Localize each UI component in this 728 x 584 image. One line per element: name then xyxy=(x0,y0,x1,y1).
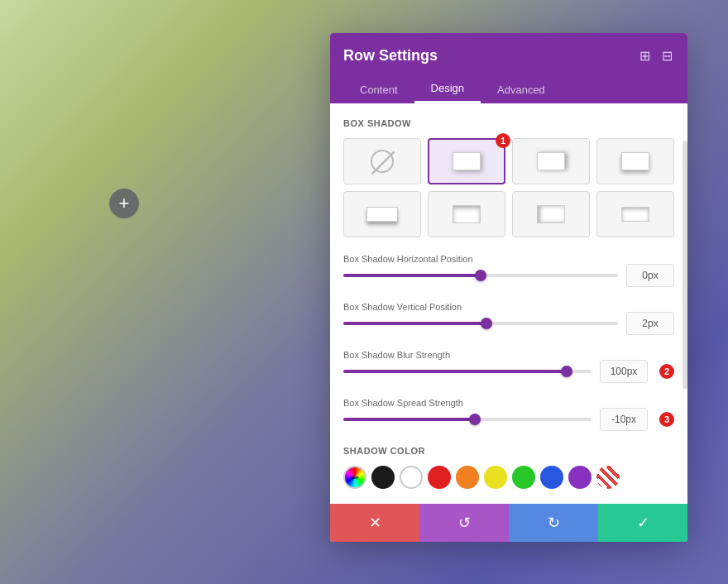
tab-bar: Content Design Advanced xyxy=(343,75,674,103)
slider-vertical-track[interactable] xyxy=(343,322,618,325)
shadow-box-inset-partial-icon xyxy=(621,207,649,222)
grid-icon-button[interactable]: ⊟ xyxy=(660,46,674,65)
slider-thumb[interactable] xyxy=(481,318,492,329)
shadow-box-full-icon xyxy=(453,152,481,170)
panel-body: Box Shadow 1 xyxy=(330,103,687,504)
slider-fill xyxy=(343,370,567,373)
tab-advanced[interactable]: Advanced xyxy=(481,75,562,103)
slider-horizontal-label: Box Shadow Horizontal Position xyxy=(343,254,674,264)
eyedropper-icon: ✏ xyxy=(352,472,359,483)
shadow-option-bottom-only[interactable] xyxy=(343,191,421,237)
shadow-color-label: Shadow Color xyxy=(343,446,674,456)
color-swatch-green[interactable] xyxy=(512,466,535,489)
box-shadow-label: Box Shadow xyxy=(343,118,674,128)
shadow-box-inset-right-icon xyxy=(537,205,565,223)
slider-spread-value[interactable]: -10px xyxy=(600,408,648,431)
slider-horizontal-value[interactable]: 0px xyxy=(626,264,674,287)
panel-header-top: Row Settings ⊞ ⊟ xyxy=(343,46,674,65)
slider-thumb[interactable] xyxy=(561,366,572,377)
color-swatch-yellow[interactable] xyxy=(484,466,507,489)
shadow-none-icon xyxy=(371,150,394,173)
responsive-icon-button[interactable]: ⊞ xyxy=(638,46,652,65)
slider-blur: Box Shadow Blur Strength 100px 2 xyxy=(343,350,674,383)
slider-thumb[interactable] xyxy=(469,414,481,425)
slider-spread-label: Box Shadow Spread Strength xyxy=(343,398,674,408)
slider-vertical-label: Box Shadow Vertical Position xyxy=(343,302,674,312)
color-swatch-blue[interactable] xyxy=(540,466,563,489)
action-bar: ✕ ↺ ↻ ✓ xyxy=(330,504,687,542)
slider-blur-label: Box Shadow Blur Strength xyxy=(343,350,674,360)
color-swatch-black[interactable] xyxy=(371,466,395,489)
save-button[interactable]: ✓ xyxy=(598,504,687,542)
color-swatch-orange[interactable] xyxy=(456,466,479,489)
slider-fill xyxy=(343,418,475,421)
slider-spread-badge: 3 xyxy=(659,412,674,427)
color-swatch-striped[interactable] xyxy=(596,466,620,489)
panel-header: Row Settings ⊞ ⊟ Content Design Advanced xyxy=(330,33,687,103)
redo-button[interactable]: ↻ xyxy=(509,504,598,542)
slider-blur-track[interactable] xyxy=(343,370,592,373)
shadow-box-bottom-icon xyxy=(621,152,649,170)
slider-vertical-value[interactable]: 2px xyxy=(626,312,674,335)
slider-track-bg xyxy=(343,418,592,421)
shadow-box-bottom-only-icon xyxy=(366,207,398,222)
shadow-box-right-icon xyxy=(537,152,565,170)
shadow-color-section: Shadow Color ✏ xyxy=(343,446,674,489)
slider-blur-value[interactable]: 100px xyxy=(600,360,648,383)
slider-fill xyxy=(343,274,481,277)
shadow-options-grid: 1 xyxy=(343,138,674,237)
color-swatch-row: ✏ xyxy=(343,466,674,489)
shadow-option-inset-bottom[interactable] xyxy=(428,191,505,237)
eyedropper-swatch[interactable]: ✏ xyxy=(343,466,366,489)
shadow-selected-badge: 1 xyxy=(496,133,510,148)
slider-thumb[interactable] xyxy=(475,270,486,281)
shadow-option-bottom[interactable] xyxy=(596,138,674,184)
slider-blur-badge: 2 xyxy=(659,364,674,379)
shadow-box-inset-bottom-icon xyxy=(453,205,481,223)
cancel-button[interactable]: ✕ xyxy=(330,504,419,542)
shadow-option-inset-partial[interactable] xyxy=(596,191,674,237)
slider-track-bg xyxy=(343,370,592,373)
shadow-option-default[interactable]: 1 xyxy=(428,138,505,184)
undo-button[interactable]: ↺ xyxy=(419,504,509,542)
shadow-option-right[interactable] xyxy=(512,138,590,184)
panel-title: Row Settings xyxy=(343,47,438,65)
slider-spread-container: -10px 3 xyxy=(343,408,674,431)
row-settings-panel: Row Settings ⊞ ⊟ Content Design Advanced… xyxy=(330,33,687,542)
color-swatch-purple[interactable] xyxy=(568,466,592,489)
slider-fill xyxy=(343,322,486,325)
color-swatch-red[interactable] xyxy=(428,466,451,489)
tab-design[interactable]: Design xyxy=(414,75,481,103)
slider-track-bg xyxy=(343,322,618,325)
slider-spread-track[interactable] xyxy=(343,418,592,421)
color-swatch-white[interactable] xyxy=(400,466,423,489)
slider-vertical-container: 2px xyxy=(343,312,674,335)
slider-vertical: Box Shadow Vertical Position 2px xyxy=(343,302,674,335)
slider-horizontal: Box Shadow Horizontal Position 0px xyxy=(343,254,674,287)
slider-horizontal-track[interactable] xyxy=(343,274,618,277)
shadow-option-none[interactable] xyxy=(343,138,421,184)
slider-horizontal-container: 0px xyxy=(343,264,674,287)
slider-blur-container: 100px 2 xyxy=(343,360,674,383)
shadow-option-inset-right[interactable] xyxy=(512,191,590,237)
tab-content[interactable]: Content xyxy=(343,75,414,103)
slider-track-bg xyxy=(343,274,618,277)
slider-spread: Box Shadow Spread Strength -10px 3 xyxy=(343,398,674,431)
add-element-button[interactable]: + xyxy=(109,189,139,218)
panel-icon-buttons: ⊞ ⊟ xyxy=(638,46,674,65)
